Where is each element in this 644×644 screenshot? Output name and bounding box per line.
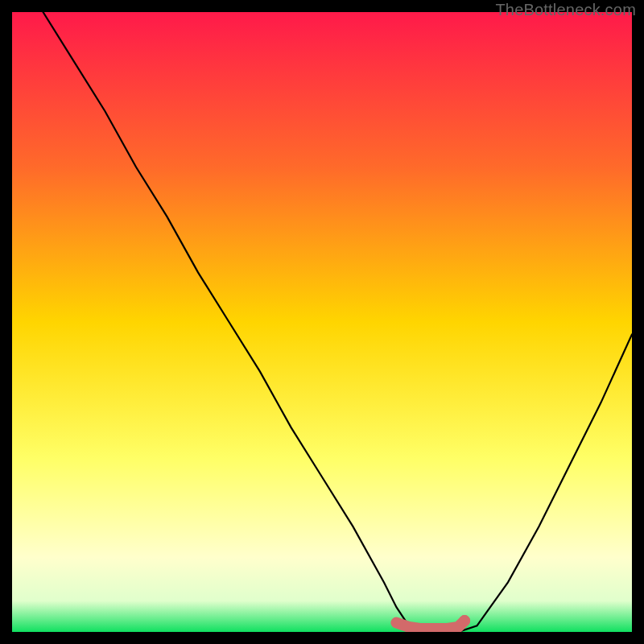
gradient-background xyxy=(12,12,632,632)
watermark-text: TheBottleneck.com xyxy=(495,1,636,19)
bottleneck-chart xyxy=(12,12,632,632)
optimal-range-end-dot xyxy=(459,615,470,626)
